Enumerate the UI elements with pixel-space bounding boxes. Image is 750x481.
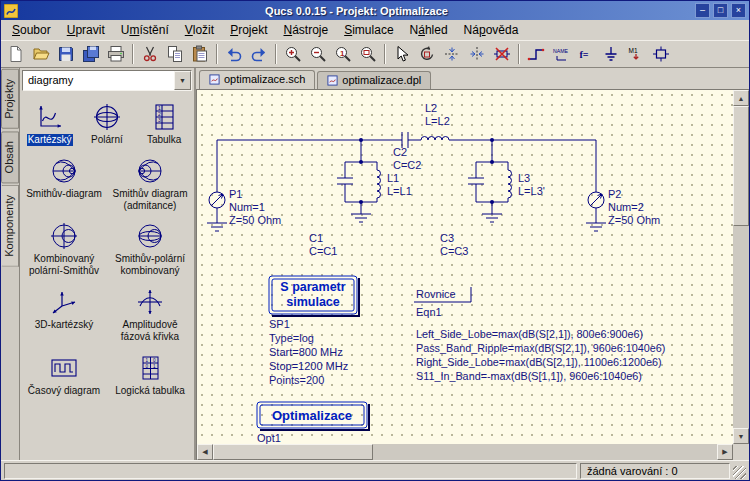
component-C1[interactable]: C1 C=C1	[309, 178, 353, 257]
open-file-button[interactable]	[29, 42, 53, 66]
mirror-y-button[interactable]	[465, 42, 489, 66]
close-button[interactable]: ×	[731, 3, 746, 18]
horizontal-scrollbar[interactable]: ◀ ▶	[196, 444, 733, 460]
node-label-button[interactable]: NAME	[549, 42, 573, 66]
save-all-button[interactable]	[79, 42, 103, 66]
ground-symbol	[207, 223, 227, 231]
menu-simulace[interactable]: Simulace	[336, 20, 401, 40]
equation-label: Rovnice	[416, 288, 456, 300]
palette-item-amplitudov-f-zov-k-ivka[interactable]: Amplitudově fázová křivka	[107, 282, 193, 348]
wire-icon	[527, 45, 545, 63]
component-C3[interactable]: C3 C=C3	[440, 178, 484, 257]
new-file-button[interactable]	[4, 42, 28, 66]
mirror-x-button[interactable]	[440, 42, 464, 66]
side-tab-komponenty[interactable]: Komponenty	[1, 185, 19, 267]
component-L3[interactable]: L3 L=L3'	[508, 170, 545, 198]
side-tab-projekty[interactable]: Projekty	[1, 69, 19, 129]
palette-item-smith-v-diagram-admitance[interactable]: Smithův diagram (admitance)	[107, 151, 193, 217]
menu-n-stroje[interactable]: Nástroje	[275, 20, 336, 40]
scroll-down-button[interactable]: ▼	[733, 428, 749, 444]
l2-name: L2	[425, 102, 437, 114]
schematic-canvas[interactable]: P1 Num=1 Z=50 Ohm P2 Num=2 Z=50 Ohm	[196, 89, 733, 444]
component-L2[interactable]: L2 L=L2	[421, 102, 450, 140]
ground-button[interactable]	[599, 42, 623, 66]
components-panel: diagramy ▼ KartézskýPolární123TabulkaSmi…	[20, 68, 196, 460]
new-file-icon	[7, 45, 25, 63]
menu-projekt[interactable]: Projekt	[222, 20, 275, 40]
rotate-button[interactable]	[415, 42, 439, 66]
palette-item-logick-tabulka[interactable]: 1001Logická tabulka	[107, 348, 193, 402]
horizontal-scroll-track[interactable]	[213, 444, 717, 460]
select-button[interactable]	[390, 42, 414, 66]
minimize-button[interactable]: –	[695, 3, 710, 18]
menu-n-hled[interactable]: Náhled	[402, 20, 456, 40]
resize-grip[interactable]	[733, 466, 746, 479]
zoom-in-button[interactable]	[281, 42, 305, 66]
l3-value: L=L3'	[518, 185, 545, 197]
chevron-down-icon[interactable]: ▼	[174, 71, 191, 90]
scroll-left-button[interactable]: ◀	[197, 444, 213, 460]
zoom-fit-button[interactable]	[356, 42, 380, 66]
palette-item-kombinovan-pol-rn-smith-v[interactable]: Kombinovaný polární-Smithův	[21, 216, 107, 282]
scroll-up-button[interactable]: ▲	[733, 90, 749, 106]
paste-button[interactable]	[188, 42, 212, 66]
menu-um-st-n[interactable]: Umístění	[113, 20, 177, 40]
menu-soubor[interactable]: Soubor	[4, 20, 59, 40]
component-port-P2[interactable]: P2 Num=2 Z=50 Ohm	[586, 188, 660, 231]
maximize-button[interactable]: □	[713, 3, 728, 18]
redo-button[interactable]	[247, 42, 271, 66]
palette-item-asov-diagram[interactable]: Časový diagram	[21, 348, 107, 402]
open-file-icon	[32, 45, 50, 63]
optimization-block[interactable]: Optimalizace Opt1	[257, 402, 369, 444]
qucs-window: Qucs 0.0.15 - Projekt: Optimalizace – □ …	[0, 0, 750, 481]
vertical-scroll-track[interactable]	[733, 106, 749, 428]
menu-n-pov-da[interactable]: Nápověda	[456, 20, 527, 40]
redo-icon	[250, 45, 268, 63]
subcircuit-button[interactable]	[649, 42, 673, 66]
save-file-button[interactable]	[54, 42, 78, 66]
palette-item-3d-kart-zsk[interactable]: 3D-kartézský	[21, 282, 107, 348]
wire-button[interactable]	[524, 42, 548, 66]
svg-text:0: 0	[153, 358, 156, 363]
menu-vlo-it[interactable]: Vložit	[177, 20, 222, 40]
palette-item-smith-v-pol-rn-kombinovan[interactable]: Smithův-polární kombinovaný	[107, 216, 193, 282]
side-tab-obsah[interactable]: Obsah	[1, 131, 19, 183]
table-icon: 123	[149, 102, 179, 132]
scroll-right-button[interactable]: ▶	[717, 444, 733, 460]
zoom-one-button[interactable]: 1	[331, 42, 355, 66]
c1-value: C=C1	[309, 245, 337, 257]
copy-button[interactable]	[163, 42, 187, 66]
marker-button[interactable]: M1	[624, 42, 648, 66]
palette-item-tabulka[interactable]: 123Tabulka	[136, 97, 193, 151]
c1-name: C1	[309, 232, 323, 244]
component-C2[interactable]: C2 C=C2	[393, 132, 421, 171]
vertical-scrollbar[interactable]: ▲ ▼	[733, 89, 749, 444]
app-icon[interactable]	[4, 4, 18, 18]
menu-upravit[interactable]: Upravit	[59, 20, 113, 40]
equation-block[interactable]: Rovnice Eqn1 Left_Side_Lobe=max(dB(S[2,1…	[414, 287, 665, 382]
palette-item-smith-v-diagram[interactable]: Smithův-diagram	[21, 151, 107, 217]
ground-icon	[602, 45, 620, 63]
palette-item-label: Smithův-polární kombinovaný	[108, 253, 192, 277]
palette-item-label: Tabulka	[146, 134, 182, 146]
undo-button[interactable]	[222, 42, 246, 66]
sim-param: Points=200	[269, 374, 324, 386]
doc-tab-optimalizace-sch[interactable]: optimalizace.sch	[199, 70, 315, 89]
print-button[interactable]	[104, 42, 128, 66]
palette-item-pol-rn[interactable]: Polární	[78, 97, 135, 151]
palette-item-kart-zsk[interactable]: Kartézský	[21, 97, 78, 151]
component-group-select[interactable]: diagramy ▼	[22, 70, 192, 91]
deactivate-button[interactable]	[490, 42, 514, 66]
equation-button[interactable]: f=	[574, 42, 598, 66]
scrollbar-corner	[733, 444, 749, 460]
sparameter-simulation-block[interactable]: S parametr simulace SP1 Type=log Start=8…	[269, 276, 359, 386]
doc-tab-optimalizace-dpl[interactable]: optimalizace.dpl	[317, 71, 431, 89]
print-icon	[107, 45, 125, 63]
component-port-P1[interactable]: P1 Num=1 Z=50 Ohm	[207, 188, 281, 231]
zoom-out-button[interactable]	[306, 42, 330, 66]
cut-button[interactable]	[138, 42, 162, 66]
vertical-scroll-thumb[interactable]	[733, 106, 749, 226]
component-L1[interactable]: L1 L=L1	[377, 170, 412, 198]
menubar: SouborUpravitUmístěníVložitProjektNástro…	[1, 20, 749, 41]
horizontal-scroll-thumb[interactable]	[213, 444, 373, 460]
